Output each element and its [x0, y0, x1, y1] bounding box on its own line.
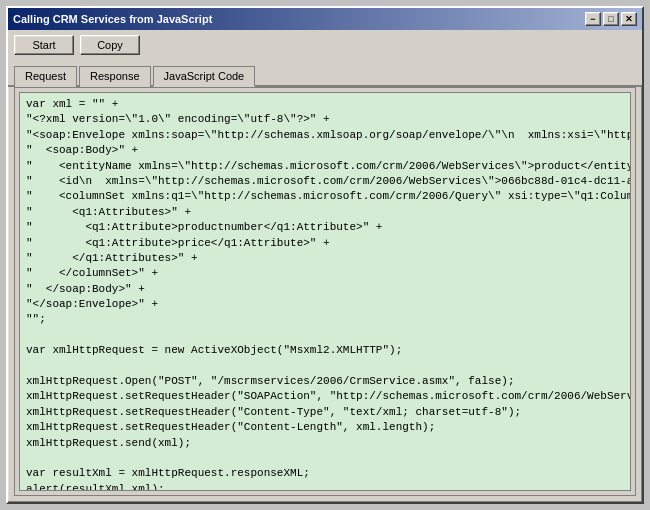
main-window: Calling CRM Services from JavaScript − □… [6, 6, 644, 504]
copy-button[interactable]: Copy [80, 35, 140, 55]
start-button[interactable]: Start [14, 35, 74, 55]
maximize-button[interactable]: □ [603, 12, 619, 26]
tab-request[interactable]: Request [14, 66, 77, 87]
tab-javascript-code[interactable]: JavaScript Code [153, 66, 256, 87]
title-bar: Calling CRM Services from JavaScript − □… [8, 8, 642, 30]
code-area: var xml = "" + "<?xml version=\"1.0\" en… [19, 92, 631, 491]
title-bar-controls: − □ ✕ [585, 12, 637, 26]
window-title: Calling CRM Services from JavaScript [13, 13, 212, 25]
minimize-button[interactable]: − [585, 12, 601, 26]
tab-response[interactable]: Response [79, 66, 151, 87]
close-button[interactable]: ✕ [621, 12, 637, 26]
content-area: var xml = "" + "<?xml version=\"1.0\" en… [14, 87, 636, 496]
toolbar: Start Copy [8, 30, 642, 60]
code-display[interactable]: var xml = "" + "<?xml version=\"1.0\" en… [20, 93, 630, 490]
tab-bar: Request Response JavaScript Code [8, 60, 642, 87]
